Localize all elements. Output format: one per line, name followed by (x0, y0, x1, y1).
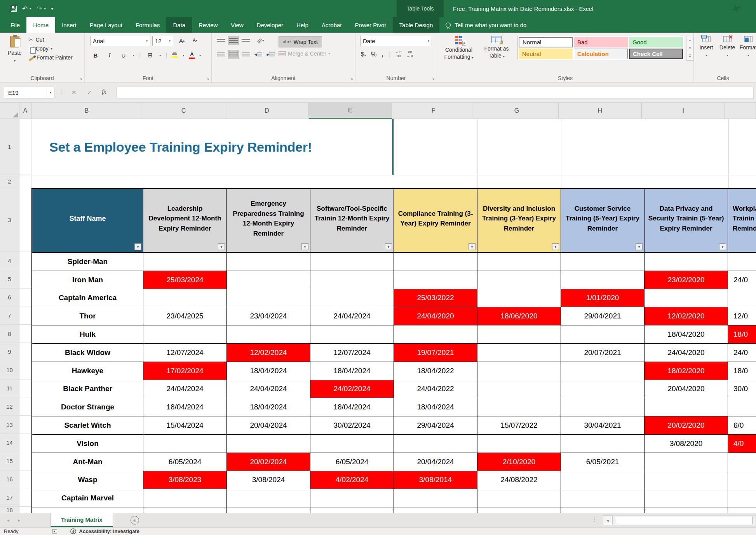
date-cell[interactable] (561, 325, 645, 344)
font-color-dropdown-icon[interactable]: ▾ (199, 54, 201, 57)
number-dialog-launcher-icon[interactable]: ↘ (432, 76, 435, 80)
date-cell[interactable]: 30/04/2021 (561, 416, 645, 435)
date-cell[interactable]: 24/08/2022 (477, 471, 561, 490)
undo-dropdown-icon[interactable]: ▾ (30, 7, 31, 10)
staff-name-cell[interactable]: Vision (32, 435, 143, 453)
row-header-14[interactable]: 14 (0, 434, 31, 452)
column-header-I[interactable]: I (642, 103, 725, 119)
conditional-formatting-button[interactable]: Conditional Formatting ▾ (440, 35, 477, 60)
cancel-icon[interactable]: ✕ (71, 89, 77, 96)
column-header-H[interactable]: H (559, 103, 642, 119)
date-cell[interactable]: 3/08/2023 (143, 471, 227, 490)
empty-cell[interactable] (227, 507, 310, 513)
date-cell[interactable]: 4/02/2024 (310, 471, 394, 490)
empty-cell[interactable] (32, 507, 143, 513)
date-cell[interactable] (477, 380, 561, 399)
date-cell[interactable]: 18/0 (728, 325, 756, 344)
date-cell[interactable] (143, 253, 227, 271)
empty-cell[interactable] (310, 507, 394, 513)
column-header-G[interactable]: G (475, 103, 558, 119)
date-cell[interactable]: 12/02/2020 (645, 307, 728, 325)
center-button[interactable] (228, 50, 239, 59)
table-header-emergency[interactable]: Emergency Preparedness Training 12-Month… (227, 189, 310, 253)
date-cell[interactable] (645, 253, 728, 271)
column-header-partial[interactable] (725, 103, 756, 119)
filter-emergency-icon[interactable]: ▾ (301, 243, 308, 250)
staff-name-cell[interactable]: Ant-Man (32, 453, 143, 471)
date-cell[interactable]: 24/04/2024 (143, 380, 227, 399)
clipboard-dialog-launcher-icon[interactable]: ↘ (79, 76, 82, 80)
empty-cell[interactable] (394, 507, 477, 513)
date-cell[interactable]: 18/04/2022 (394, 362, 477, 380)
borders-icon[interactable]: ⊞ (145, 51, 155, 60)
date-cell[interactable]: 18/02/2020 (645, 362, 728, 380)
format-as-table-button[interactable]: Format as Table ▾ (480, 35, 513, 59)
date-cell[interactable]: 20/04/2024 (394, 453, 477, 471)
date-cell[interactable]: 2/10/2020 (477, 453, 561, 471)
date-cell[interactable] (728, 398, 756, 416)
column-header-C[interactable]: C (142, 103, 225, 119)
date-cell[interactable]: 6/05/2024 (143, 453, 227, 471)
date-cell[interactable]: 18/04/2024 (394, 398, 477, 416)
tab-view[interactable]: View (224, 17, 250, 33)
date-cell[interactable]: 24/0 (728, 271, 756, 289)
filter-compliance-icon[interactable]: ▾ (469, 243, 476, 250)
row-header-10[interactable]: 10 (0, 361, 31, 379)
date-cell[interactable]: 18/0 (728, 362, 756, 380)
staff-name-cell[interactable]: Thor (32, 307, 143, 325)
filter-diversity-icon[interactable]: ▾ (552, 243, 559, 250)
align-right-button[interactable] (240, 50, 251, 59)
row-header-2[interactable]: 2 (0, 175, 31, 188)
date-cell[interactable] (143, 435, 227, 453)
horizontal-scrollbar-thumb[interactable] (616, 517, 753, 524)
row-header-3[interactable]: 3 (0, 188, 31, 252)
date-cell[interactable] (143, 289, 227, 308)
date-cell[interactable] (561, 471, 645, 490)
staff-name-cell[interactable]: Black Panther (32, 380, 143, 399)
sheet-nav-left-icon[interactable]: ◂ (7, 518, 9, 523)
date-cell[interactable] (477, 489, 561, 507)
row-header-13[interactable]: 13 (0, 416, 31, 434)
column-header-D[interactable]: D (225, 103, 308, 119)
macro-record-icon[interactable] (52, 530, 57, 533)
date-cell[interactable] (561, 271, 645, 289)
row-header-7[interactable]: 7 (0, 306, 31, 325)
date-cell[interactable] (561, 253, 645, 271)
title-cell[interactable]: Set a Employee Training Expiry Reminder! (31, 119, 394, 175)
date-cell[interactable]: 12/02/2024 (227, 344, 310, 362)
row-header-8[interactable]: 8 (0, 325, 31, 343)
date-cell[interactable] (394, 435, 477, 453)
date-cell[interactable] (561, 362, 645, 380)
staff-name-cell[interactable]: Scarlet Witch (32, 416, 143, 435)
date-cell[interactable]: 12/07/2024 (143, 344, 227, 362)
date-cell[interactable]: 23/02/2020 (645, 271, 728, 289)
date-cell[interactable] (728, 253, 756, 271)
accounting-format-button[interactable]: $▾ (361, 51, 366, 58)
date-cell[interactable] (394, 325, 477, 344)
sheet-nav-right-icon[interactable]: ▸ (18, 518, 20, 523)
increase-decimal-button[interactable]: ←.0.00 (395, 51, 402, 58)
underline-dropdown-icon[interactable]: ▾ (133, 54, 134, 57)
row-header-12[interactable]: 12 (0, 397, 31, 416)
middle-align-button[interactable] (228, 36, 239, 45)
date-cell[interactable]: 24/04/2020 (645, 344, 728, 362)
filter-leadership-icon[interactable]: ▾ (218, 243, 225, 250)
row-header-11[interactable]: 11 (0, 379, 31, 398)
select-all-corner[interactable] (0, 103, 19, 119)
copy-button[interactable]: Copy▾ (29, 45, 73, 52)
insert-cells-button[interactable]: Insert▾ (697, 35, 716, 58)
date-cell[interactable] (477, 435, 561, 453)
cell-style-bad[interactable]: Bad (574, 37, 628, 47)
date-cell[interactable]: 6/0 (728, 416, 756, 435)
cell-style-normal[interactable]: Normal (519, 37, 573, 47)
font-size-select[interactable]: 12▾ (152, 36, 173, 46)
date-cell[interactable] (645, 289, 728, 308)
date-cell[interactable] (728, 471, 756, 490)
horizontal-scrollbar[interactable] (612, 516, 756, 525)
comma-style-button[interactable]: , (381, 51, 383, 58)
table-header-workplace[interactable]: Workplace Safety Trainin (5-Year) Expiry… (728, 189, 756, 253)
date-cell[interactable]: 12/0 (728, 307, 756, 325)
date-cell[interactable] (561, 435, 645, 453)
column-header-A[interactable]: A (19, 103, 31, 119)
table-header-staff[interactable]: Staff Name▾ (32, 189, 143, 253)
